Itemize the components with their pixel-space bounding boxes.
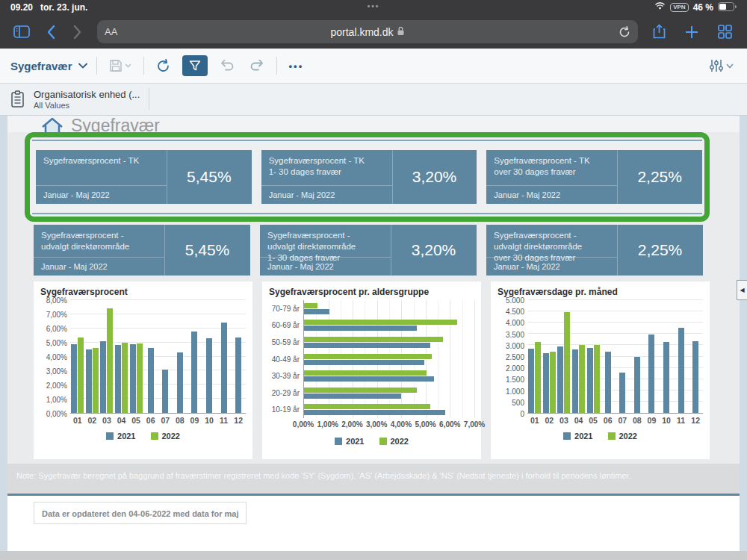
chart-aldersgruppe: Sygefraværsprocent pr. aldersgruppe 70-7… bbox=[262, 281, 481, 459]
bar-2022-60-69 år[interactable] bbox=[304, 320, 457, 325]
bar-2022-01[interactable] bbox=[78, 337, 84, 413]
legend-item-2021[interactable]: 2021 bbox=[563, 432, 592, 441]
sidebar-toggle-button[interactable] bbox=[13, 25, 30, 38]
legend-item-2022[interactable]: 2022 bbox=[379, 437, 409, 446]
kpi-card-tk-over-30[interactable]: Sygefraværsprocent - TK over 30 dages fr… bbox=[486, 150, 702, 204]
bar-2021-20-29 år[interactable] bbox=[304, 393, 401, 399]
back-button[interactable] bbox=[46, 25, 56, 40]
kpi-row-direktoromrade: Sygefraværsprocent - udvalgt direktøromr… bbox=[7, 225, 740, 276]
legend-item-2022[interactable]: 2022 bbox=[608, 432, 637, 441]
data-updated-text: Data er opdateret den 04-06-2022 med dat… bbox=[42, 509, 238, 518]
bar-2021-03[interactable] bbox=[557, 346, 563, 413]
kpi-card-dir-total[interactable]: Sygefraværsprocent - udvalgt direktøromr… bbox=[34, 225, 250, 276]
x-tick-label: 7,00% bbox=[464, 420, 485, 429]
bar-2021-10-19 år[interactable] bbox=[304, 410, 445, 415]
bar-2022-04[interactable] bbox=[122, 343, 128, 413]
bar-2022-05[interactable] bbox=[137, 343, 143, 413]
collapse-panel-button[interactable]: ◀ bbox=[737, 280, 747, 300]
bar-group-40-49 år bbox=[304, 351, 474, 368]
bar-rows bbox=[304, 300, 474, 418]
bar-2022-20-29 år[interactable] bbox=[304, 388, 417, 393]
bar-2022-10-19 år[interactable] bbox=[304, 404, 430, 409]
bar-2021-60-69 år[interactable] bbox=[304, 326, 417, 331]
bar-2021-03[interactable] bbox=[100, 341, 106, 413]
redo-button[interactable] bbox=[247, 57, 267, 75]
legend-item-2021[interactable]: 2021 bbox=[106, 432, 135, 441]
y-axis: 0,00%1,00%2,00%3,00%4,00%5,00%6,00%7,00%… bbox=[40, 300, 70, 414]
reader-view-button[interactable]: AA bbox=[105, 26, 117, 37]
bar-2021-06[interactable] bbox=[605, 352, 611, 413]
bar-2021-07[interactable] bbox=[619, 373, 625, 413]
bar-group-04 bbox=[114, 300, 129, 413]
share-button[interactable] bbox=[653, 24, 666, 40]
bar-2021-70-79 år[interactable] bbox=[304, 309, 329, 314]
bar-2021-09[interactable] bbox=[191, 332, 197, 413]
bar-2021-04[interactable] bbox=[572, 349, 578, 413]
bar-group-10-19 år bbox=[304, 401, 474, 418]
new-tab-button[interactable] bbox=[685, 25, 698, 39]
bar-2022-02[interactable] bbox=[550, 352, 556, 413]
bar-2021-10[interactable] bbox=[206, 338, 212, 413]
bar-2021-01[interactable] bbox=[71, 344, 77, 413]
filter-button[interactable] bbox=[182, 55, 208, 76]
kpi-card-dir-over-30[interactable]: Sygefraværsprocent - udvalgt direktøromr… bbox=[486, 225, 703, 276]
bar-2022-40-49 år[interactable] bbox=[304, 354, 432, 359]
bar-2021-05[interactable] bbox=[130, 344, 136, 413]
bar-2021-11[interactable] bbox=[221, 323, 227, 413]
save-icon bbox=[109, 59, 123, 72]
bar-2021-04[interactable] bbox=[115, 345, 121, 413]
forward-button[interactable] bbox=[72, 25, 82, 40]
chart-legend: 20212022 bbox=[498, 432, 703, 441]
bar-2021-02[interactable] bbox=[86, 349, 92, 413]
kpi-card-tk-1-30[interactable]: Sygefraværsprocent - TK 1- 30 dages frav… bbox=[261, 150, 477, 204]
save-button[interactable] bbox=[106, 56, 134, 75]
bar-2021-01[interactable] bbox=[528, 349, 534, 413]
legend-item-2022[interactable]: 2022 bbox=[151, 432, 180, 441]
bar-group-50-59 år bbox=[304, 334, 474, 351]
bar-2021-50-59 år[interactable] bbox=[304, 343, 430, 348]
kpi-card-dir-1-30[interactable]: Sygefraværsprocent - udvalgt direktøromr… bbox=[260, 225, 477, 276]
bar-2022-50-59 år[interactable] bbox=[304, 337, 443, 342]
tabs-overview-button[interactable] bbox=[718, 25, 732, 39]
bar-2021-40-49 år[interactable] bbox=[304, 360, 424, 365]
bar-2022-05[interactable] bbox=[594, 345, 600, 413]
chart-title: Sygefraværsprocent bbox=[40, 287, 246, 297]
undo-button[interactable] bbox=[217, 57, 238, 75]
bar-2021-11[interactable] bbox=[678, 328, 684, 413]
y-tick-label: 2,00% bbox=[46, 382, 67, 390]
app-title-menu[interactable]: Sygefravær bbox=[10, 60, 87, 72]
toolbar-divider bbox=[96, 57, 97, 75]
bar-2021-07[interactable] bbox=[162, 370, 168, 414]
x-tick-label: 03 bbox=[557, 416, 571, 425]
refresh-button[interactable] bbox=[153, 56, 173, 76]
y-tick-label: 3,00% bbox=[46, 367, 67, 376]
bar-2021-10[interactable] bbox=[663, 342, 669, 413]
address-bar[interactable]: AA portal.kmd.dk bbox=[97, 20, 638, 43]
view-settings-button[interactable] bbox=[706, 56, 737, 75]
bar-2022-01[interactable] bbox=[535, 342, 541, 413]
reload-button[interactable] bbox=[619, 26, 630, 38]
bar-2022-70-79 år[interactable] bbox=[304, 303, 317, 308]
bar-2021-08[interactable] bbox=[177, 352, 183, 413]
bar-2022-30-39 år[interactable] bbox=[304, 370, 427, 376]
bar-group-10 bbox=[659, 300, 674, 413]
bar-2022-04[interactable] bbox=[579, 345, 585, 413]
bar-2022-03[interactable] bbox=[107, 308, 113, 413]
more-actions-button[interactable]: ••• bbox=[286, 57, 307, 75]
bar-2021-08[interactable] bbox=[634, 357, 640, 414]
bar-2022-03[interactable] bbox=[564, 312, 570, 413]
legend-item-2021[interactable]: 2021 bbox=[335, 437, 364, 446]
filter-divider bbox=[149, 88, 149, 111]
bar-2022-02[interactable] bbox=[93, 348, 99, 413]
bar-2021-05[interactable] bbox=[587, 348, 593, 413]
filter-org-unit[interactable]: Organisatorisk enhed (... All Values bbox=[10, 89, 140, 110]
x-tick-label: 11 bbox=[674, 416, 689, 425]
bar-2021-30-39 år[interactable] bbox=[304, 376, 434, 382]
bar-2021-12[interactable] bbox=[235, 337, 241, 413]
gridline bbox=[474, 300, 475, 418]
bar-2021-06[interactable] bbox=[148, 348, 154, 413]
bar-2021-09[interactable] bbox=[648, 335, 654, 413]
kpi-card-tk-total[interactable]: Sygefraværsprocent - TK Januar - Maj 202… bbox=[36, 150, 252, 204]
bar-2021-12[interactable] bbox=[692, 341, 698, 413]
bar-2021-02[interactable] bbox=[543, 353, 549, 413]
